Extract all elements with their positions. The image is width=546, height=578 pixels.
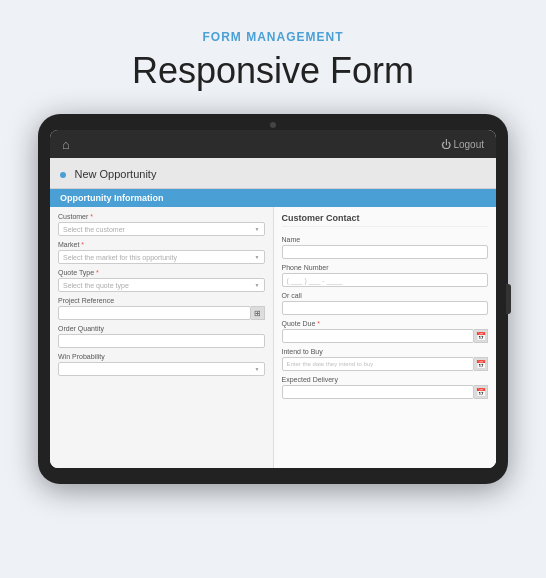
- field-order-quantity: Order Quantity: [58, 325, 265, 348]
- project-reference-input[interactable]: [58, 306, 251, 320]
- quote-due-input[interactable]: [282, 329, 475, 343]
- customer-label: Customer *: [58, 213, 265, 220]
- name-input[interactable]: [282, 245, 489, 259]
- quote-type-select[interactable]: Select the quote type: [58, 278, 265, 292]
- market-select[interactable]: Select the market for this opportunity: [58, 250, 265, 264]
- market-label: Market *: [58, 241, 265, 248]
- win-probability-label: Win Probability: [58, 353, 265, 360]
- tablet-screen: ⌂ ⏻ Logout New Opportunity Opportunity I…: [50, 130, 496, 468]
- project-reference-btn[interactable]: ⊞: [251, 306, 265, 320]
- logout-button[interactable]: ⏻ Logout: [441, 139, 484, 150]
- project-reference-wrapper: ⊞: [58, 306, 265, 320]
- customer-placeholder: Select the customer: [63, 226, 125, 233]
- customer-select[interactable]: Select the customer: [58, 222, 265, 236]
- field-quote-due: Quote Due * 📅: [282, 320, 489, 343]
- field-market: Market * Select the market for this oppo…: [58, 241, 265, 264]
- page-wrapper: FORM MANAGEMENT Responsive Form ⌂ ⏻ Logo…: [0, 0, 546, 578]
- order-quantity-input[interactable]: [58, 334, 265, 348]
- or-call-input[interactable]: [282, 301, 489, 315]
- expected-delivery-btn[interactable]: 📅: [474, 385, 488, 399]
- intend-to-buy-label: Intend to Buy: [282, 348, 489, 355]
- right-section-title: Customer Contact: [282, 213, 489, 227]
- field-intend-to-buy: Intend to Buy Enter the date they intend…: [282, 348, 489, 371]
- expected-delivery-label: Expected Delivery: [282, 376, 489, 383]
- or-call-label: Or call: [282, 292, 489, 299]
- section-label: FORM MANAGEMENT: [203, 30, 344, 44]
- form-section-header: Opportunity Information: [50, 189, 496, 207]
- tablet-nav: ⌂ ⏻ Logout: [50, 130, 496, 158]
- field-name: Name: [282, 236, 489, 259]
- intend-to-buy-wrapper: Enter the date they intend to buy 📅: [282, 357, 489, 371]
- name-label: Name: [282, 236, 489, 243]
- field-customer: Customer * Select the customer: [58, 213, 265, 236]
- order-quantity-label: Order Quantity: [58, 325, 265, 332]
- form-left-column: Customer * Select the customer Market * …: [50, 207, 274, 468]
- field-quote-type: Quote Type * Select the quote type: [58, 269, 265, 292]
- field-expected-delivery: Expected Delivery 📅: [282, 376, 489, 399]
- field-or-call: Or call: [282, 292, 489, 315]
- quote-due-label: Quote Due *: [282, 320, 489, 327]
- quote-due-btn[interactable]: 📅: [474, 329, 488, 343]
- field-win-probability: Win Probability: [58, 353, 265, 376]
- home-icon[interactable]: ⌂: [62, 137, 70, 152]
- dot-indicator: [60, 172, 66, 178]
- intend-to-buy-placeholder: Enter the date they intend to buy: [287, 361, 374, 367]
- win-probability-select[interactable]: [58, 362, 265, 376]
- quote-type-placeholder: Select the quote type: [63, 282, 129, 289]
- expected-delivery-wrapper: 📅: [282, 385, 489, 399]
- quote-type-label: Quote Type *: [58, 269, 265, 276]
- page-header: New Opportunity: [50, 158, 496, 189]
- phone-label: Phone Number: [282, 264, 489, 271]
- tablet-frame: ⌂ ⏻ Logout New Opportunity Opportunity I…: [38, 114, 508, 484]
- page-header-title: New Opportunity: [74, 168, 156, 180]
- market-placeholder: Select the market for this opportunity: [63, 254, 177, 261]
- intend-to-buy-btn[interactable]: 📅: [474, 357, 488, 371]
- field-phone: Phone Number ( ___ ) ___ - ____: [282, 264, 489, 287]
- field-project-reference: Project Reference ⊞: [58, 297, 265, 320]
- project-reference-label: Project Reference: [58, 297, 265, 304]
- main-title: Responsive Form: [132, 50, 414, 92]
- form-right-column: Customer Contact Name Phone Number ( ___…: [274, 207, 497, 468]
- form-body: Customer * Select the customer Market * …: [50, 207, 496, 468]
- quote-due-wrapper: 📅: [282, 329, 489, 343]
- phone-input[interactable]: ( ___ ) ___ - ____: [282, 273, 489, 287]
- expected-delivery-input[interactable]: [282, 385, 475, 399]
- tablet-content: New Opportunity Opportunity Information …: [50, 158, 496, 468]
- intend-to-buy-input[interactable]: Enter the date they intend to buy: [282, 357, 475, 371]
